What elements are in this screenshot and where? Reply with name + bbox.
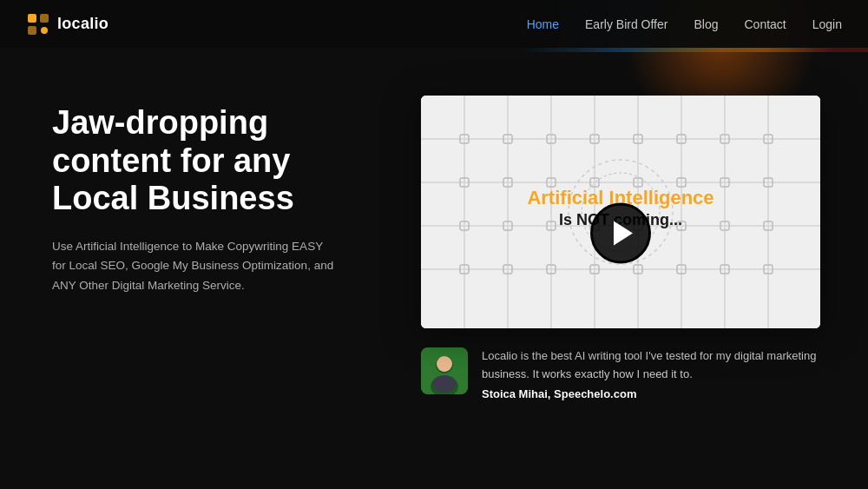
nav-item-login[interactable]: Login (812, 17, 842, 32)
navbar: localio Home Early Bird Offer Blog Conta… (0, 0, 868, 48)
nav-item-home[interactable]: Home (527, 17, 559, 32)
nav-link-earlybird[interactable]: Early Bird Offer (585, 17, 667, 31)
testimonial-content: Localio is the best AI writing tool I've… (482, 347, 820, 400)
nav-link-contact[interactable]: Contact (744, 17, 786, 31)
logo-icon (26, 12, 50, 36)
svg-rect-1 (40, 14, 49, 23)
hero-left: Jaw-dropping content for any Local Busin… (52, 96, 382, 295)
hero-right: Artificial Intelligence Is NOT coming... (408, 96, 833, 400)
play-icon (614, 221, 633, 246)
hero-description: Use Artificial Intelligence to Make Copy… (52, 237, 339, 295)
testimonial: Localio is the best AI writing tool I've… (421, 347, 820, 400)
testimonial-author: Stoica Mihai, Speechelo.com (482, 387, 820, 400)
nav-item-blog[interactable]: Blog (694, 17, 718, 32)
nav-links: Home Early Bird Offer Blog Contact Login (527, 17, 842, 32)
testimonial-quote: Localio is the best AI writing tool I've… (482, 347, 820, 384)
nav-link-blog[interactable]: Blog (694, 17, 718, 31)
main-content: Jaw-dropping content for any Local Busin… (0, 48, 868, 489)
logo-text: localio (57, 15, 108, 33)
nav-link-home[interactable]: Home (527, 17, 559, 31)
svg-rect-0 (28, 14, 36, 23)
video-thumbnail[interactable]: Artificial Intelligence Is NOT coming... (421, 96, 820, 328)
nav-item-contact[interactable]: Contact (744, 17, 786, 32)
logo-link[interactable]: localio (26, 12, 108, 36)
svg-point-55 (432, 375, 457, 393)
svg-point-3 (41, 27, 48, 34)
avatar-image (421, 347, 468, 394)
svg-point-54 (437, 356, 452, 372)
svg-rect-2 (28, 26, 36, 35)
hero-title: Jaw-dropping content for any Local Busin… (52, 104, 382, 218)
play-button[interactable] (590, 203, 651, 264)
nav-link-login[interactable]: Login (812, 17, 842, 31)
nav-item-earlybird[interactable]: Early Bird Offer (585, 17, 667, 32)
avatar (421, 347, 468, 394)
